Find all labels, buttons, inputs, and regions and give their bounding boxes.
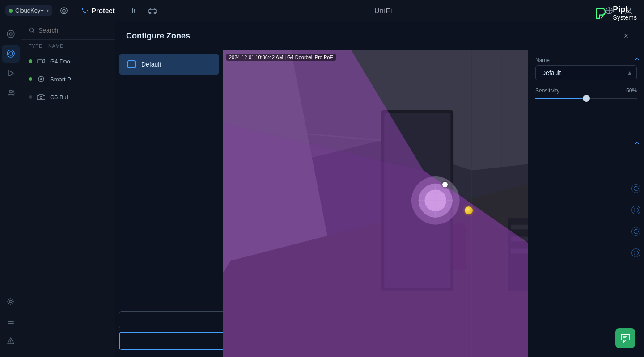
device-name-smart: Smart P bbox=[50, 76, 71, 83]
topbar-center: UniFi bbox=[166, 7, 601, 14]
zone-name-label: Default bbox=[141, 61, 161, 68]
name-label: Name bbox=[535, 57, 637, 63]
device-name-g4: G4 Doo bbox=[50, 58, 70, 65]
left-panel: Type Name G4 Doo Smart P bbox=[21, 21, 115, 357]
right-panel: Name ▲ Sensitivity 50% bbox=[528, 50, 644, 357]
name-section: Name ▲ bbox=[535, 57, 637, 80]
info-icons-group: ⓘ ⓘ ⓘ ⓘ bbox=[631, 184, 640, 257]
sidebar-item-cameras[interactable] bbox=[2, 45, 20, 63]
slider-thumb[interactable] bbox=[583, 95, 590, 102]
svg-rect-8 bbox=[134, 9, 135, 13]
device-row[interactable]: G5 Bul bbox=[21, 88, 115, 106]
svg-point-16 bbox=[7, 50, 14, 57]
camera-scene-svg bbox=[223, 50, 528, 357]
sidebar-item-alerts[interactable] bbox=[2, 332, 20, 350]
info-icon-3[interactable]: ⓘ bbox=[631, 227, 640, 236]
device-type-icon-sensor bbox=[36, 74, 47, 84]
slider-track bbox=[535, 98, 637, 99]
slider-fill bbox=[535, 98, 586, 99]
chat-bubble-button[interactable] bbox=[615, 328, 635, 348]
pipl-text: Pipl. Systems bbox=[613, 5, 637, 21]
cloudkey-chevron-icon: ▾ bbox=[47, 8, 49, 13]
device-table-header: Type Name bbox=[21, 40, 115, 52]
device-status-online bbox=[29, 59, 32, 63]
sensitivity-value: 50% bbox=[626, 88, 637, 94]
svg-rect-7 bbox=[131, 9, 131, 12]
zone-name-input-row: ▲ bbox=[535, 65, 637, 80]
right-panel-chevron-mid[interactable] bbox=[633, 139, 640, 147]
topbar-bar-icon[interactable] bbox=[125, 3, 141, 19]
svg-point-20 bbox=[12, 91, 14, 92]
sidebar-item-people[interactable] bbox=[2, 84, 20, 102]
device-row[interactable]: G4 Doo bbox=[21, 52, 115, 70]
zone-name-input[interactable] bbox=[535, 65, 637, 80]
svg-point-31 bbox=[40, 78, 42, 80]
svg-rect-22 bbox=[8, 319, 14, 319]
svg-point-15 bbox=[9, 33, 12, 35]
device-type-icon-camera2 bbox=[36, 92, 47, 102]
svg-rect-24 bbox=[8, 323, 14, 324]
configure-zones-modal: Configure Zones × Default Highlight Moti… bbox=[115, 21, 644, 357]
protect-shield-icon: 🛡 bbox=[82, 7, 89, 15]
svg-point-21 bbox=[9, 300, 12, 303]
sidebar-item-playback[interactable] bbox=[2, 64, 20, 82]
svg-point-0 bbox=[61, 8, 67, 14]
app-title: UniFi bbox=[374, 7, 392, 14]
svg-rect-53 bbox=[511, 225, 528, 230]
camera-timestamp: 2024-12-01 10:36:42 AM | G4 Doorbell Pro… bbox=[226, 54, 336, 61]
pipl-icon-svg bbox=[593, 5, 609, 21]
svg-point-27 bbox=[30, 28, 34, 32]
info-icon-1[interactable]: ⓘ bbox=[631, 184, 640, 193]
modal-title-bar: Configure Zones × bbox=[115, 21, 644, 50]
svg-point-17 bbox=[9, 52, 13, 55]
device-row[interactable]: Smart P bbox=[21, 70, 115, 88]
svg-rect-33 bbox=[128, 61, 135, 68]
search-icon bbox=[29, 27, 35, 34]
zone-shape-icon bbox=[126, 59, 137, 70]
modal-title: Configure Zones bbox=[126, 31, 190, 41]
svg-point-19 bbox=[9, 90, 12, 93]
main-content: Configure Zones × Default Highlight Moti… bbox=[115, 21, 644, 357]
modal-close-button[interactable]: × bbox=[619, 29, 633, 43]
zone-item-default[interactable]: Default bbox=[119, 54, 219, 75]
name-column-header: Name bbox=[48, 43, 108, 49]
sidebar-item-home[interactable] bbox=[2, 25, 20, 43]
search-input[interactable] bbox=[38, 27, 108, 34]
sidebar-item-list[interactable] bbox=[2, 312, 20, 330]
name-input-chevron-icon: ▲ bbox=[627, 70, 632, 76]
info-icon-2[interactable]: ⓘ bbox=[631, 206, 640, 214]
svg-line-28 bbox=[33, 32, 35, 34]
device-status-offline bbox=[29, 95, 32, 99]
info-icon-4[interactable]: ⓘ bbox=[631, 248, 640, 257]
zone-list: Default Highlight Motion Zones Add New Z… bbox=[115, 50, 223, 357]
topbar-target-button[interactable] bbox=[56, 3, 72, 19]
svg-point-32 bbox=[40, 97, 42, 99]
svg-rect-29 bbox=[38, 59, 42, 63]
right-panel-chevron-top[interactable] bbox=[633, 55, 640, 63]
topbar-left: CloudKey+ ▾ 🛡 Protect bbox=[0, 3, 166, 19]
modal-body: Default Highlight Motion Zones Add New Z… bbox=[115, 50, 644, 357]
svg-rect-23 bbox=[8, 321, 14, 322]
svg-marker-18 bbox=[9, 71, 13, 76]
svg-point-26 bbox=[10, 342, 11, 343]
sensitivity-label: Sensitivity bbox=[535, 88, 559, 94]
sidebar-item-settings[interactable] bbox=[2, 293, 20, 311]
device-status-online-2 bbox=[29, 77, 32, 81]
protect-nav-item[interactable]: 🛡 Protect bbox=[76, 4, 121, 17]
cloudkey-selector[interactable]: CloudKey+ ▾ bbox=[5, 5, 52, 16]
sensitivity-section: Sensitivity 50% bbox=[535, 88, 637, 103]
sensitivity-row: Sensitivity 50% bbox=[535, 88, 637, 94]
device-name-g5: G5 Bul bbox=[50, 94, 68, 101]
sensitivity-slider[interactable] bbox=[535, 94, 637, 103]
protect-label: Protect bbox=[92, 7, 115, 14]
search-bar bbox=[21, 21, 115, 40]
device-type-icon-camera bbox=[36, 56, 47, 67]
sidebar bbox=[0, 21, 21, 357]
type-column-header: Type bbox=[29, 43, 43, 49]
pipl-logo: Pipl. Systems bbox=[593, 5, 637, 21]
svg-rect-6 bbox=[132, 8, 133, 13]
svg-point-1 bbox=[63, 9, 65, 12]
camera-feed: 2024-12-01 10:36:42 AM | G4 Doorbell Pro… bbox=[223, 50, 528, 357]
topbar-vehicle-icon[interactable] bbox=[144, 3, 161, 19]
cloudkey-status-dot bbox=[9, 9, 13, 13]
